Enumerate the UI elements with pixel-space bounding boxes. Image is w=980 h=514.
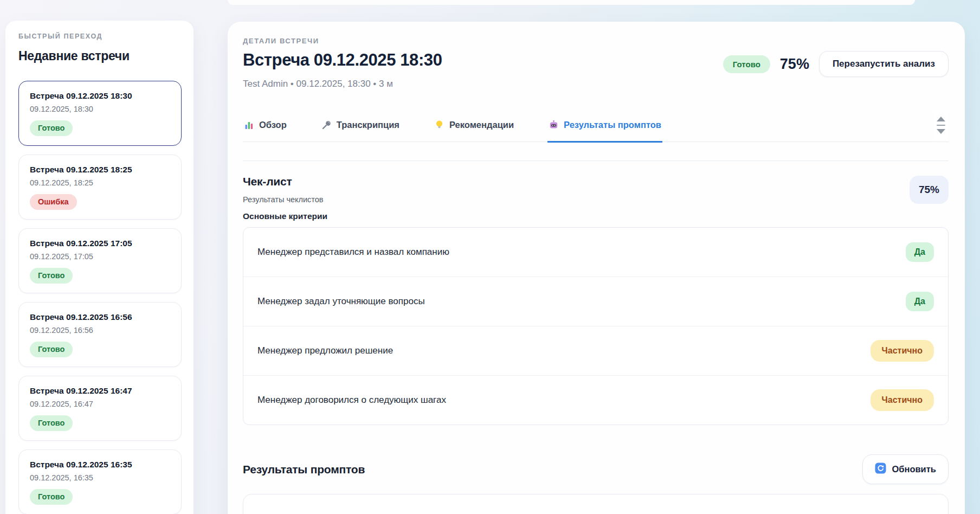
meeting-card-title: Встреча 09.12.2025 18:30 xyxy=(30,91,170,101)
meeting-card-datetime: 09.12.2025, 16:56 xyxy=(30,325,170,336)
meeting-card-title: Встреча 09.12.2025 16:47 xyxy=(30,386,170,396)
checklist-row: Менеджер задал уточняющие вопросы Да xyxy=(243,277,948,326)
meeting-card-title: Встреча 09.12.2025 16:56 xyxy=(30,312,170,323)
status-badge: Готово xyxy=(30,268,73,284)
checklist-item-text: Менеджер представился и назвал компанию xyxy=(257,247,449,258)
checklist-item-text: Менеджер предложил решение xyxy=(257,345,393,356)
checklist-head-left: Чек-лист Результаты чеклистов xyxy=(243,175,324,204)
tab-label: Обзор xyxy=(259,120,287,130)
meeting-card[interactable]: Встреча 09.12.2025 18:25 09.12.2025, 18:… xyxy=(18,155,182,220)
meeting-header-actions: Готово 75% Перезапустить анализ xyxy=(723,51,949,77)
meeting-card-datetime: 09.12.2025, 18:25 xyxy=(30,178,170,188)
robot-icon xyxy=(549,120,559,130)
triangle-up-icon[interactable] xyxy=(937,117,945,121)
status-badge: Готово xyxy=(30,415,73,431)
meeting-card-title: Встреча 09.12.2025 17:05 xyxy=(30,238,170,249)
refresh-icon xyxy=(875,462,886,476)
status-badge: Ошибка xyxy=(30,194,77,210)
checklist-row: Менеджер предложил решение Частично xyxy=(243,326,948,375)
checklist-row: Менеджер представился и назвал компанию … xyxy=(243,228,948,277)
sidebar-eyebrow: БЫСТРЫЙ ПЕРЕХОД xyxy=(18,33,182,40)
checklist-items: Менеджер представился и назвал компанию … xyxy=(243,227,949,425)
refresh-button[interactable]: Обновить xyxy=(862,454,949,484)
checklist-item-text: Менеджер договорился о следующих шагах xyxy=(257,395,446,406)
meeting-card-datetime: 09.12.2025, 16:35 xyxy=(30,473,170,483)
meeting-card[interactable]: Встреча 09.12.2025 16:35 09.12.2025, 16:… xyxy=(18,449,182,514)
status-badge: Готово xyxy=(723,55,770,73)
tab-label: Рекомендации xyxy=(449,120,514,130)
status-badge: Готово xyxy=(30,342,73,357)
scroll-stepper[interactable] xyxy=(933,110,949,140)
status-badge: Готово xyxy=(30,120,73,136)
sidebar-title: Недавние встречи xyxy=(18,49,182,63)
tab-prompt-results[interactable]: Результаты промптов xyxy=(547,120,662,143)
restart-analysis-button[interactable]: Перезапустить анализ xyxy=(819,51,949,77)
section-divider xyxy=(243,160,949,161)
meeting-card[interactable]: Встреча 09.12.2025 16:47 09.12.2025, 16:… xyxy=(18,376,182,441)
meeting-card[interactable]: Встреча 09.12.2025 17:05 09.12.2025, 17:… xyxy=(18,228,182,293)
stepper-divider xyxy=(937,125,945,126)
tab-label: Транскрипция xyxy=(337,120,399,130)
details-eyebrow: ДЕТАЛИ ВСТРЕЧИ xyxy=(243,37,442,45)
checklist-head: Чек-лист Результаты чеклистов 75% xyxy=(243,175,949,204)
result-badge: Частично xyxy=(871,389,934,411)
meeting-card[interactable]: Встреча 09.12.2025 18:30 09.12.2025, 18:… xyxy=(18,81,182,146)
status-badge: Готово xyxy=(30,489,73,505)
result-badge: Частично xyxy=(871,340,934,362)
prompt-results-title: Результаты промптов xyxy=(243,463,365,476)
meeting-header-left: ДЕТАЛИ ВСТРЕЧИ Встреча 09.12.2025 18:30 … xyxy=(243,37,442,89)
checklist-title: Чек-лист xyxy=(243,175,324,188)
tab-bar: Обзор Транскрипция Рекомендации Результа… xyxy=(243,120,949,142)
checklist-row: Менеджер договорился о следующих шагах Ч… xyxy=(243,375,948,425)
scrolled-card-edge xyxy=(228,0,915,5)
meeting-card-datetime: 09.12.2025, 17:05 xyxy=(30,252,170,262)
prompt-results-section: Результаты промптов Обновить Простое кра… xyxy=(243,454,949,514)
prompt-result-card: Простое краткое содержание xyxy=(243,494,949,514)
meeting-meta: Test Admin • 09.12.2025, 18:30 • 3 м xyxy=(243,79,442,89)
checklist-group-title: Основные критерии xyxy=(243,211,949,221)
checklist-subtitle: Результаты чеклистов xyxy=(243,195,324,204)
meeting-card-title: Встреча 09.12.2025 18:25 xyxy=(30,164,170,175)
checklist-score-badge: 75% xyxy=(910,176,949,204)
page-title: Встреча 09.12.2025 18:30 xyxy=(243,50,442,70)
sidebar-recent-meetings: БЫСТРЫЙ ПЕРЕХОД Недавние встречи Встреча… xyxy=(5,21,194,514)
bar-chart-icon xyxy=(244,120,254,130)
result-badge: Да xyxy=(906,292,934,311)
meeting-card-title: Встреча 09.12.2025 16:35 xyxy=(30,459,170,470)
tab-recommendations[interactable]: Рекомендации xyxy=(433,120,515,143)
tab-label: Результаты промптов xyxy=(564,120,661,130)
tab-transcription[interactable]: Транскрипция xyxy=(320,120,401,143)
meeting-details-panel: ДЕТАЛИ ВСТРЕЧИ Встреча 09.12.2025 18:30 … xyxy=(228,22,965,514)
tab-overview[interactable]: Обзор xyxy=(243,120,288,143)
prompt-results-head: Результаты промптов Обновить xyxy=(243,454,949,484)
meeting-card-datetime: 09.12.2025, 16:47 xyxy=(30,399,170,409)
refresh-button-label: Обновить xyxy=(892,464,936,474)
meeting-header: ДЕТАЛИ ВСТРЕЧИ Встреча 09.12.2025 18:30 … xyxy=(243,37,949,89)
bulb-icon xyxy=(434,120,444,130)
microphone-icon xyxy=(321,120,332,130)
triangle-down-icon[interactable] xyxy=(937,129,945,134)
meeting-card-list: Встреча 09.12.2025 18:30 09.12.2025, 18:… xyxy=(18,81,182,514)
meeting-score: 75% xyxy=(780,56,809,73)
checklist-section: Чек-лист Результаты чеклистов 75% Основн… xyxy=(243,175,949,425)
meeting-card-datetime: 09.12.2025, 18:30 xyxy=(30,104,170,114)
checklist-item-text: Менеджер задал уточняющие вопросы xyxy=(257,296,425,307)
result-badge: Да xyxy=(906,242,934,262)
meeting-card[interactable]: Встреча 09.12.2025 16:56 09.12.2025, 16:… xyxy=(18,302,182,367)
